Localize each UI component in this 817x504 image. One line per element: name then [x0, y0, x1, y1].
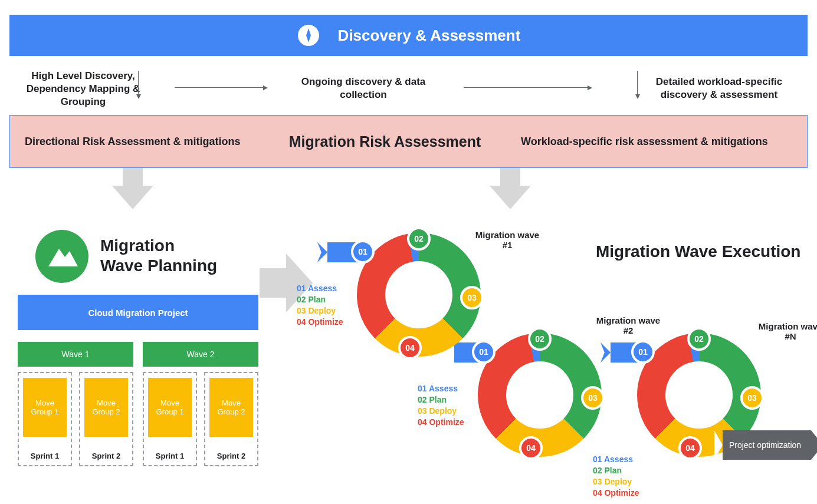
big-arrow-down-icon	[112, 168, 153, 209]
ring-node-01: 01	[631, 340, 655, 364]
arrow-down-icon	[637, 71, 638, 94]
legend-optimize: 04 Optimize	[418, 417, 464, 428]
discovery-subrow: High Level Discovery, Dependency Mapping…	[9, 65, 808, 112]
ring-node-01: 01	[472, 340, 496, 364]
svg-point-2	[307, 34, 310, 37]
legend-assess: 01 Assess	[418, 383, 464, 394]
subrow-left: High Level Discovery, Dependency Mapping…	[15, 70, 151, 108]
sprint-column: Move Group 2 Sprint 2	[79, 372, 133, 466]
move-group-box: Move Group 1	[23, 378, 67, 437]
legend-plan: 02 Plan	[593, 465, 639, 476]
cloud-migration-project-box: Cloud Migration Project	[18, 295, 258, 330]
sprint-label: Sprint 1	[19, 452, 71, 460]
mountain-icon	[35, 230, 88, 283]
legend-1: 01 Assess 02 Plan 03 Deploy 04 Optimize	[297, 283, 343, 328]
wave-title-n: Migration wave #N	[755, 321, 817, 341]
section-execution-title: Migration Wave Execution	[596, 242, 800, 262]
wave-box-2: Wave 2	[143, 342, 258, 367]
sprint-column: Move Group 2 Sprint 2	[204, 372, 258, 466]
wave-title-2: Migration wave #2	[593, 315, 664, 335]
legend-assess: 01 Assess	[297, 283, 343, 294]
ring-node-03: 03	[460, 286, 484, 309]
sprint-column: Move Group 1 Sprint 1	[18, 372, 72, 466]
legend-3: 01 Assess 02 Plan 03 Deploy 04 Optimize	[593, 454, 639, 499]
big-arrow-down-icon	[490, 168, 531, 209]
project-optimization-tag: Project optimization	[723, 430, 811, 460]
legend-2: 01 Assess 02 Plan 03 Deploy 04 Optimize	[418, 383, 464, 428]
legend-optimize: 04 Optimize	[593, 487, 639, 499]
compass-icon	[297, 24, 320, 47]
sprint-label: Sprint 2	[205, 452, 257, 460]
ring-node-02: 02	[687, 327, 711, 351]
risk-left: Directional Risk Assessment & mitigation…	[25, 136, 249, 148]
legend-plan: 02 Plan	[418, 394, 464, 406]
ring-node-01: 01	[351, 240, 375, 263]
sprint-label: Sprint 1	[144, 452, 196, 460]
legend-optimize: 04 Optimize	[297, 317, 343, 328]
legend-plan: 02 Plan	[297, 294, 343, 305]
sprint-column: Move Group 1 Sprint 1	[143, 372, 197, 466]
migration-ring-1: 01 02 03 04	[357, 233, 481, 357]
move-group-box: Move Group 1	[148, 378, 192, 437]
legend-deploy: 03 Deploy	[297, 305, 343, 317]
ring-node-04: 04	[398, 336, 422, 360]
ring-node-04: 04	[678, 436, 702, 460]
ring-node-03: 03	[740, 386, 764, 410]
discovery-banner: Discovery & Assessment	[9, 15, 808, 56]
legend-deploy: 03 Deploy	[418, 406, 464, 417]
move-group-box: Move Group 2	[84, 378, 128, 437]
arrow-right-icon	[464, 87, 588, 88]
section-planning-title: Migration Wave Planning	[100, 236, 217, 275]
ring-hole	[506, 361, 573, 429]
legend-deploy: 03 Deploy	[593, 476, 639, 487]
subrow-center: Ongoing discovery & data collection	[281, 75, 446, 101]
ring-node-02: 02	[528, 327, 552, 351]
risk-center: Migration Risk Assessment	[249, 133, 521, 150]
migration-ring-2: 01 02 03 04	[478, 333, 602, 457]
banner-title: Discovery & Assessment	[338, 27, 521, 45]
legend-assess: 01 Assess	[593, 454, 639, 465]
ring-hole	[385, 261, 452, 328]
ring-node-02: 02	[407, 227, 431, 251]
risk-right: Workload-specific risk assessment & miti…	[521, 136, 792, 148]
risk-assessment-box: Directional Risk Assessment & mitigation…	[9, 115, 808, 168]
ring-node-03: 03	[581, 386, 605, 410]
ring-hole	[665, 361, 733, 429]
svg-marker-3	[112, 168, 153, 209]
arrow-right-icon	[175, 87, 263, 88]
arrow-down-icon	[138, 71, 139, 94]
svg-marker-4	[490, 168, 531, 209]
wave-box-1: Wave 1	[18, 342, 133, 367]
sprint-label: Sprint 2	[80, 452, 132, 460]
move-group-box: Move Group 2	[209, 378, 253, 437]
wave-title-1: Migration wave #1	[472, 230, 543, 250]
subrow-right: Detailed workload-specific discovery & a…	[642, 75, 796, 101]
ring-node-04: 04	[519, 436, 543, 460]
